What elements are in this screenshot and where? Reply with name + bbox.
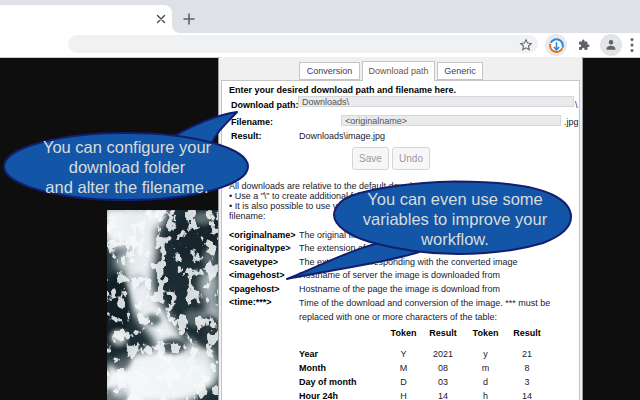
svg-text:variables to improve your: variables to improve your — [363, 210, 548, 228]
svg-text:workflow.: workflow. — [420, 230, 489, 248]
svg-text:You can even use some: You can even use some — [367, 190, 543, 208]
svg-text:and alter the filename.: and alter the filename. — [45, 178, 208, 196]
svg-text:download folder: download folder — [69, 158, 186, 176]
svg-text:You can configure your: You can configure your — [43, 138, 212, 156]
